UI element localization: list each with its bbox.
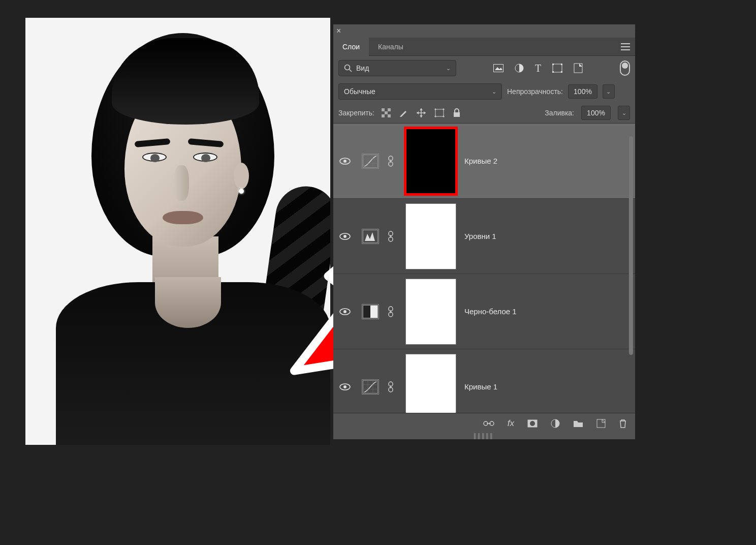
layer-filter-label: Вид: [356, 64, 369, 72]
adjustment-thumb[interactable]: [362, 229, 379, 244]
layer-row[interactable]: Кривые 2: [333, 124, 635, 199]
svg-rect-6: [552, 71, 554, 73]
scroll-thumb[interactable]: [629, 136, 633, 355]
svg-rect-42: [597, 419, 605, 428]
layer-name[interactable]: Кривые 2: [464, 157, 497, 165]
visibility-toggle[interactable]: [339, 232, 354, 240]
tab-channels[interactable]: Каналы: [369, 38, 413, 56]
lock-artboard-icon[interactable]: [434, 108, 445, 117]
mask-link-icon[interactable]: [387, 231, 397, 242]
svg-point-0: [345, 65, 350, 70]
svg-point-23: [343, 235, 346, 238]
portrait-image: [25, 18, 330, 445]
lock-position-icon[interactable]: [416, 108, 426, 118]
layers-list: Кривые 2Уровни 1Черно-белое 1Кривые 1: [333, 123, 635, 413]
svg-rect-8: [574, 64, 582, 73]
lock-pixels-icon[interactable]: [382, 108, 391, 117]
mask-link-icon[interactable]: [387, 306, 397, 317]
svg-point-28: [343, 310, 346, 313]
opacity-label: Непрозрачность:: [507, 87, 563, 96]
svg-rect-3: [553, 64, 562, 72]
layer-mask-thumb[interactable]: [405, 203, 456, 269]
mask-icon[interactable]: [527, 419, 538, 428]
svg-rect-30: [363, 306, 370, 318]
layer-row[interactable]: Уровни 1: [333, 199, 635, 274]
image-filter-icon[interactable]: [493, 64, 503, 72]
opacity-chevron[interactable]: ⌄: [603, 84, 615, 99]
layer-row[interactable]: Кривые 1: [333, 349, 635, 413]
svg-point-35: [343, 385, 346, 388]
lock-all-icon[interactable]: [453, 108, 461, 117]
opacity-value[interactable]: 100%: [568, 84, 597, 99]
layer-row[interactable]: Черно-белое 1: [333, 274, 635, 349]
svg-rect-7: [561, 71, 562, 73]
layer-filter-dropdown[interactable]: Вид ⌄: [338, 60, 456, 76]
blend-mode-dropdown[interactable]: Обычные ⌄: [338, 83, 502, 100]
layer-name[interactable]: Кривые 1: [464, 382, 497, 391]
panel-tabs: Слои Каналы: [333, 38, 635, 56]
layer-mask-thumb[interactable]: [405, 279, 456, 345]
lock-brush-icon[interactable]: [399, 108, 408, 117]
fill-chevron[interactable]: ⌄: [618, 106, 630, 120]
search-icon: [344, 64, 352, 72]
smartobj-filter-icon[interactable]: [574, 63, 583, 73]
mask-link-icon[interactable]: [387, 381, 397, 392]
layers-scrollbar[interactable]: [628, 134, 634, 429]
visibility-toggle[interactable]: [339, 383, 354, 391]
svg-point-18: [343, 160, 346, 163]
visibility-toggle[interactable]: [339, 157, 354, 165]
adjustment-icon[interactable]: [551, 419, 560, 428]
layer-name[interactable]: Черно-белое 1: [464, 307, 517, 316]
svg-rect-16: [454, 112, 460, 117]
layer-mask-thumb[interactable]: [405, 128, 456, 194]
adjust-filter-icon[interactable]: [515, 64, 524, 73]
svg-rect-10: [382, 108, 385, 111]
adjustment-thumb[interactable]: [362, 379, 379, 395]
type-filter-icon[interactable]: T: [535, 63, 541, 74]
svg-rect-11: [385, 111, 388, 114]
svg-rect-4: [552, 64, 554, 65]
document-canvas[interactable]: [25, 18, 330, 445]
fx-icon[interactable]: fx: [508, 418, 514, 429]
tab-layers[interactable]: Слои: [333, 38, 369, 56]
svg-rect-14: [388, 114, 391, 117]
filter-icons: T: [493, 63, 583, 74]
blend-mode-value: Обычные: [344, 87, 375, 96]
svg-rect-31: [370, 306, 377, 318]
layers-panel: × Слои Каналы Вид ⌄ T Обычные ⌄ Непрозра…: [333, 24, 635, 439]
chevron-down-icon: ⌄: [492, 88, 496, 95]
lock-label: Закрепить:: [338, 109, 374, 117]
layer-mask-thumb[interactable]: [405, 354, 456, 413]
svg-rect-5: [561, 64, 562, 65]
shape-filter-icon[interactable]: [552, 64, 562, 73]
svg-point-40: [530, 421, 535, 426]
visibility-toggle[interactable]: [339, 308, 354, 316]
adjustment-thumb[interactable]: [362, 154, 379, 169]
panel-close-icon[interactable]: ×: [336, 26, 341, 36]
new-layer-icon[interactable]: [596, 419, 606, 428]
svg-rect-12: [388, 108, 391, 111]
group-icon[interactable]: [573, 419, 583, 428]
chevron-down-icon: ⌄: [446, 65, 451, 72]
panel-resize-grip[interactable]: ▌▌▌▌▌: [333, 433, 635, 439]
trash-icon[interactable]: [619, 419, 627, 428]
fill-value[interactable]: 100%: [581, 106, 611, 120]
svg-rect-15: [435, 109, 444, 116]
panel-footer: fx: [333, 413, 635, 433]
mask-link-icon[interactable]: [387, 156, 397, 167]
fill-label: Заливка:: [545, 109, 574, 117]
svg-rect-13: [382, 114, 385, 117]
adjustment-thumb[interactable]: [362, 304, 379, 319]
filter-toggle[interactable]: [620, 60, 630, 76]
panel-menu-icon[interactable]: [616, 43, 635, 50]
layer-name[interactable]: Уровни 1: [464, 232, 496, 240]
link-icon[interactable]: [483, 420, 494, 427]
